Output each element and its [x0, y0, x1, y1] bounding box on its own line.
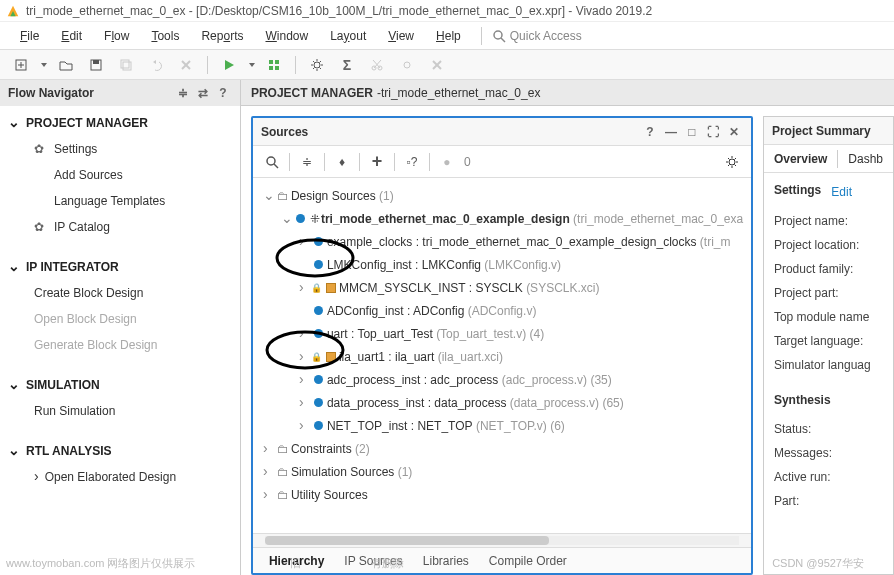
chevron-right-icon[interactable]	[299, 397, 311, 409]
tree-utility-sources[interactable]: 🗀Utility Sources	[257, 483, 747, 506]
chevron-right-icon[interactable]	[263, 466, 275, 478]
tree-net-top[interactable]: NET_TOP_inst : NET_TOP (NET_TOP.v) (6)	[257, 414, 747, 437]
info-button[interactable]: ▫?	[401, 151, 423, 173]
settings-button[interactable]	[721, 151, 743, 173]
nav-section-ip-integrator[interactable]: IP INTEGRATOR	[8, 260, 232, 274]
nav-settings[interactable]: ✿Settings	[30, 136, 232, 162]
nav-add-sources[interactable]: Add Sources	[30, 162, 232, 188]
tab-overview[interactable]: Overview	[764, 147, 837, 171]
close-icon[interactable]: ✕	[725, 123, 743, 141]
row-target-language: Target language:	[774, 329, 883, 353]
tab-dashboard[interactable]: Dashb	[838, 147, 893, 171]
chevron-right-icon[interactable]	[299, 328, 311, 340]
cancel-button[interactable]	[175, 54, 197, 76]
tree-top-module[interactable]: ⁜tri_mode_ethernet_mac_0_example_design …	[257, 207, 747, 230]
sources-tree[interactable]: 🗀Design Sources (1) ⁜tri_mode_ethernet_m…	[253, 178, 751, 533]
restore-icon[interactable]: □	[683, 123, 701, 141]
nav-section-project-manager[interactable]: PROJECT MANAGER	[8, 116, 232, 130]
expand-icon[interactable]: ⇄	[194, 84, 212, 102]
horizontal-scrollbar[interactable]	[253, 533, 751, 547]
sigma-button[interactable]: Σ	[336, 54, 358, 76]
tree-simulation-sources[interactable]: 🗀Simulation Sources (1)	[257, 460, 747, 483]
dot-icon	[293, 214, 309, 223]
settings-section-title: Settings	[774, 183, 821, 197]
menu-window[interactable]: Window	[255, 26, 318, 46]
summary-header: Project Summary	[764, 117, 893, 145]
chevron-right-icon[interactable]	[299, 374, 311, 386]
collapse-all-button[interactable]: ≑	[296, 151, 318, 173]
app-logo-icon	[6, 4, 20, 18]
nav-language-templates[interactable]: Language Templates	[30, 188, 232, 214]
menu-tools[interactable]: Tools	[141, 26, 189, 46]
settings-button[interactable]	[306, 54, 328, 76]
collapse-icon[interactable]: ≑	[174, 84, 192, 102]
tree-uart[interactable]: uart : Top_uart_Test (Top_uart_test.v) (…	[257, 322, 747, 345]
menu-reports[interactable]: Reports	[191, 26, 253, 46]
chevron-right-icon[interactable]	[263, 443, 275, 455]
menu-edit[interactable]: Edit	[51, 26, 92, 46]
ip-icon	[323, 352, 339, 362]
add-button[interactable]: +	[366, 151, 388, 173]
save-button[interactable]	[85, 54, 107, 76]
help-icon[interactable]: ?	[641, 123, 659, 141]
tb-separator	[207, 56, 208, 74]
help-icon[interactable]: ?	[214, 84, 232, 102]
nav-section-simulation[interactable]: SIMULATION	[8, 378, 232, 392]
nav-open-elaborated-design[interactable]: Open Elaborated Design	[30, 464, 232, 490]
tree-adc-process[interactable]: adc_process_inst : adc_process (adc_proc…	[257, 368, 747, 391]
edit-link[interactable]: Edit	[831, 185, 852, 199]
tree-data-process[interactable]: data_process_inst : data_process (data_p…	[257, 391, 747, 414]
menu-flow[interactable]: Flow	[94, 26, 139, 46]
search-button[interactable]	[261, 151, 283, 173]
watermark-mid: 旧 有删除	[290, 556, 404, 571]
quick-access[interactable]: Quick Access	[492, 29, 582, 43]
chevron-down-icon[interactable]	[263, 190, 275, 202]
svg-line-23	[274, 164, 278, 168]
menu-view[interactable]: View	[378, 26, 424, 46]
synth-button[interactable]	[263, 54, 285, 76]
chevron-right-icon[interactable]	[299, 236, 311, 248]
chevron-right-icon[interactable]	[299, 351, 311, 363]
tree-ila-uart[interactable]: 🔒ila_uart1 : ila_uart (ila_uart.xci)	[257, 345, 747, 368]
maximize-icon[interactable]: ⛶	[704, 123, 722, 141]
chevron-down-icon[interactable]	[281, 213, 293, 225]
project-manager-header: PROJECT MANAGER - tri_mode_ethernet_mac_…	[241, 80, 894, 106]
lock-icon: 🔒	[311, 352, 322, 362]
menu-help[interactable]: Help	[426, 26, 471, 46]
tree-adconfig[interactable]: ADConfig_inst : ADConfig (ADConfig.v)	[257, 299, 747, 322]
svg-line-19	[373, 60, 380, 68]
svg-rect-13	[269, 66, 273, 70]
tab-compile-order[interactable]: Compile Order	[479, 550, 577, 572]
chevron-right-icon[interactable]	[299, 420, 311, 432]
nav-create-block-design[interactable]: Create Block Design	[30, 280, 232, 306]
tree-mmcm-sysclk[interactable]: 🔒MMCM_SYSCLK_INST : SYSCLK (SYSCLK.xci)	[257, 276, 747, 299]
run-button[interactable]	[218, 54, 240, 76]
tree-example-clocks[interactable]: example_clocks : tri_mode_ethernet_mac_0…	[257, 230, 747, 253]
link-button[interactable]	[396, 54, 418, 76]
menu-file[interactable]: File	[10, 26, 49, 46]
menu-layout[interactable]: Layout	[320, 26, 376, 46]
chevron-right-icon[interactable]	[299, 282, 311, 294]
new-button[interactable]	[10, 54, 32, 76]
cut-button[interactable]	[366, 54, 388, 76]
open-button[interactable]	[55, 54, 77, 76]
chevron-right-icon[interactable]	[263, 489, 275, 501]
minimize-icon[interactable]: —	[662, 123, 680, 141]
copy-button[interactable]	[115, 54, 137, 76]
expand-button[interactable]: ♦	[331, 151, 353, 173]
close2-button[interactable]	[426, 54, 448, 76]
ip-icon: ✿	[34, 220, 48, 234]
nav-section-rtl-analysis[interactable]: RTL ANALYSIS	[8, 444, 232, 458]
row-active-run: Active run:	[774, 465, 883, 489]
dropdown-icon[interactable]	[41, 63, 47, 67]
dropdown-icon[interactable]	[249, 63, 255, 67]
tab-libraries[interactable]: Libraries	[413, 550, 479, 572]
tree-constraints[interactable]: 🗀Constraints (2)	[257, 437, 747, 460]
tree-design-sources[interactable]: 🗀Design Sources (1)	[257, 184, 747, 207]
search-icon	[492, 29, 506, 43]
nav-run-simulation[interactable]: Run Simulation	[30, 398, 232, 424]
tree-lmkconfig[interactable]: LMKConfig_inst : LMKConfig (LMKConfig.v)	[257, 253, 747, 276]
nav-ip-catalog[interactable]: ✿IP Catalog	[30, 214, 232, 240]
filter-button[interactable]: ●	[436, 151, 458, 173]
undo-button[interactable]	[145, 54, 167, 76]
